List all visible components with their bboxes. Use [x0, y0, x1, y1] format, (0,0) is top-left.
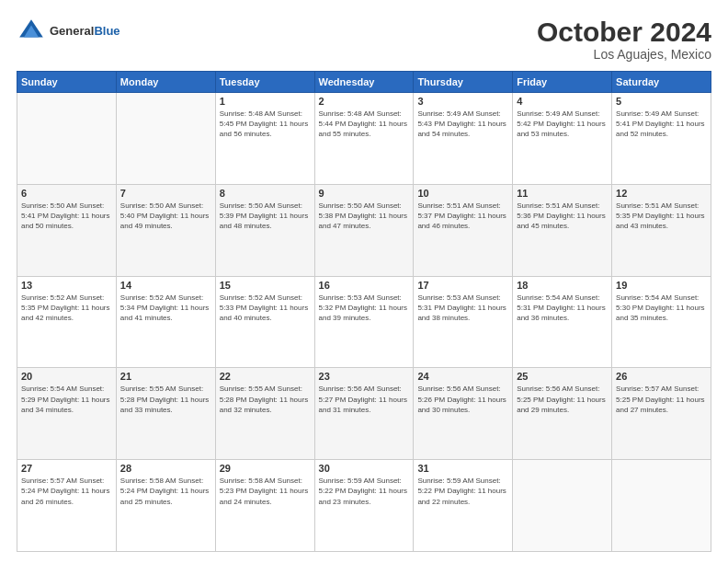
day-number: 3 — [417, 96, 508, 107]
logo-general: General — [50, 24, 94, 38]
col-thursday: Thursday — [414, 72, 513, 93]
day-info: Sunrise: 5:58 AM Sunset: 5:23 PM Dayligh… — [220, 476, 311, 507]
logo: GeneralBlue — [17, 17, 120, 46]
table-row: 10Sunrise: 5:51 AM Sunset: 5:37 PM Dayli… — [414, 184, 513, 276]
day-info: Sunrise: 5:49 AM Sunset: 5:43 PM Dayligh… — [417, 109, 508, 140]
day-number: 23 — [319, 371, 410, 382]
day-info: Sunrise: 5:48 AM Sunset: 5:44 PM Dayligh… — [319, 109, 410, 140]
day-info: Sunrise: 5:56 AM Sunset: 5:25 PM Dayligh… — [517, 384, 608, 415]
table-row: 6Sunrise: 5:50 AM Sunset: 5:41 PM Daylig… — [17, 184, 117, 276]
table-row: 5Sunrise: 5:49 AM Sunset: 5:41 PM Daylig… — [612, 93, 711, 185]
col-tuesday: Tuesday — [215, 72, 314, 93]
col-monday: Monday — [116, 72, 215, 93]
calendar-week-row: 20Sunrise: 5:54 AM Sunset: 5:29 PM Dayli… — [17, 368, 711, 460]
col-friday: Friday — [513, 72, 612, 93]
table-row — [116, 93, 215, 185]
day-info: Sunrise: 5:59 AM Sunset: 5:22 PM Dayligh… — [319, 476, 410, 507]
day-info: Sunrise: 5:57 AM Sunset: 5:24 PM Dayligh… — [21, 476, 112, 507]
day-number: 26 — [616, 371, 707, 382]
day-info: Sunrise: 5:50 AM Sunset: 5:39 PM Dayligh… — [220, 201, 311, 232]
day-number: 4 — [517, 96, 608, 107]
calendar-week-row: 1Sunrise: 5:48 AM Sunset: 5:45 PM Daylig… — [17, 93, 711, 185]
day-info: Sunrise: 5:53 AM Sunset: 5:31 PM Dayligh… — [417, 293, 508, 324]
day-number: 7 — [120, 188, 211, 199]
table-row: 24Sunrise: 5:56 AM Sunset: 5:26 PM Dayli… — [414, 368, 513, 460]
month-title: October 2024 — [537, 17, 711, 47]
day-number: 11 — [517, 188, 608, 199]
table-row: 3Sunrise: 5:49 AM Sunset: 5:43 PM Daylig… — [414, 93, 513, 185]
day-number: 1 — [220, 96, 311, 107]
day-info: Sunrise: 5:52 AM Sunset: 5:33 PM Dayligh… — [220, 293, 311, 324]
table-row — [17, 93, 117, 185]
day-number: 6 — [21, 188, 112, 199]
day-info: Sunrise: 5:54 AM Sunset: 5:31 PM Dayligh… — [517, 293, 608, 324]
table-row: 11Sunrise: 5:51 AM Sunset: 5:36 PM Dayli… — [513, 184, 612, 276]
day-number: 21 — [120, 371, 211, 382]
table-row: 8Sunrise: 5:50 AM Sunset: 5:39 PM Daylig… — [215, 184, 314, 276]
table-row — [513, 460, 612, 552]
day-number: 14 — [120, 280, 211, 291]
day-info: Sunrise: 5:54 AM Sunset: 5:29 PM Dayligh… — [21, 384, 112, 415]
day-info: Sunrise: 5:53 AM Sunset: 5:32 PM Dayligh… — [319, 293, 410, 324]
day-info: Sunrise: 5:55 AM Sunset: 5:28 PM Dayligh… — [120, 384, 211, 415]
table-row: 19Sunrise: 5:54 AM Sunset: 5:30 PM Dayli… — [612, 276, 711, 368]
day-number: 5 — [616, 96, 707, 107]
day-number: 9 — [319, 188, 410, 199]
day-number: 10 — [417, 188, 508, 199]
col-sunday: Sunday — [17, 72, 117, 93]
calendar: Sunday Monday Tuesday Wednesday Thursday… — [17, 71, 711, 552]
day-info: Sunrise: 5:57 AM Sunset: 5:25 PM Dayligh… — [616, 384, 707, 415]
calendar-header-row: Sunday Monday Tuesday Wednesday Thursday… — [17, 72, 711, 93]
table-row: 21Sunrise: 5:55 AM Sunset: 5:28 PM Dayli… — [116, 368, 215, 460]
table-row: 15Sunrise: 5:52 AM Sunset: 5:33 PM Dayli… — [215, 276, 314, 368]
logo-text: GeneralBlue — [50, 24, 120, 39]
table-row: 28Sunrise: 5:58 AM Sunset: 5:24 PM Dayli… — [116, 460, 215, 552]
table-row: 1Sunrise: 5:48 AM Sunset: 5:45 PM Daylig… — [215, 93, 314, 185]
page: GeneralBlue October 2024 Los Aguajes, Me… — [0, 0, 728, 563]
day-number: 29 — [220, 463, 311, 474]
day-number: 24 — [417, 371, 508, 382]
day-number: 27 — [21, 463, 112, 474]
day-info: Sunrise: 5:55 AM Sunset: 5:28 PM Dayligh… — [220, 384, 311, 415]
table-row: 27Sunrise: 5:57 AM Sunset: 5:24 PM Dayli… — [17, 460, 117, 552]
col-wednesday: Wednesday — [314, 72, 414, 93]
day-info: Sunrise: 5:50 AM Sunset: 5:38 PM Dayligh… — [319, 201, 410, 232]
day-info: Sunrise: 5:54 AM Sunset: 5:30 PM Dayligh… — [616, 293, 707, 324]
title-block: October 2024 Los Aguajes, Mexico — [537, 17, 711, 62]
table-row: 18Sunrise: 5:54 AM Sunset: 5:31 PM Dayli… — [513, 276, 612, 368]
table-row: 17Sunrise: 5:53 AM Sunset: 5:31 PM Dayli… — [414, 276, 513, 368]
day-number: 12 — [616, 188, 707, 199]
header: GeneralBlue October 2024 Los Aguajes, Me… — [17, 17, 711, 62]
table-row: 2Sunrise: 5:48 AM Sunset: 5:44 PM Daylig… — [314, 93, 414, 185]
day-number: 20 — [21, 371, 112, 382]
table-row: 12Sunrise: 5:51 AM Sunset: 5:35 PM Dayli… — [612, 184, 711, 276]
table-row: 13Sunrise: 5:52 AM Sunset: 5:35 PM Dayli… — [17, 276, 117, 368]
day-number: 18 — [517, 280, 608, 291]
day-info: Sunrise: 5:49 AM Sunset: 5:41 PM Dayligh… — [616, 109, 707, 140]
calendar-week-row: 13Sunrise: 5:52 AM Sunset: 5:35 PM Dayli… — [17, 276, 711, 368]
day-info: Sunrise: 5:51 AM Sunset: 5:37 PM Dayligh… — [417, 201, 508, 232]
table-row: 23Sunrise: 5:56 AM Sunset: 5:27 PM Dayli… — [314, 368, 414, 460]
table-row: 30Sunrise: 5:59 AM Sunset: 5:22 PM Dayli… — [314, 460, 414, 552]
logo-icon — [17, 17, 46, 46]
table-row: 20Sunrise: 5:54 AM Sunset: 5:29 PM Dayli… — [17, 368, 117, 460]
table-row — [612, 460, 711, 552]
calendar-week-row: 27Sunrise: 5:57 AM Sunset: 5:24 PM Dayli… — [17, 460, 711, 552]
day-info: Sunrise: 5:48 AM Sunset: 5:45 PM Dayligh… — [220, 109, 311, 140]
day-number: 17 — [417, 280, 508, 291]
table-row: 9Sunrise: 5:50 AM Sunset: 5:38 PM Daylig… — [314, 184, 414, 276]
day-number: 8 — [220, 188, 311, 199]
day-number: 13 — [21, 280, 112, 291]
day-info: Sunrise: 5:50 AM Sunset: 5:41 PM Dayligh… — [21, 201, 112, 232]
logo-blue: Blue — [94, 24, 119, 38]
table-row: 14Sunrise: 5:52 AM Sunset: 5:34 PM Dayli… — [116, 276, 215, 368]
table-row: 25Sunrise: 5:56 AM Sunset: 5:25 PM Dayli… — [513, 368, 612, 460]
day-number: 31 — [417, 463, 508, 474]
table-row: 26Sunrise: 5:57 AM Sunset: 5:25 PM Dayli… — [612, 368, 711, 460]
day-number: 15 — [220, 280, 311, 291]
day-number: 25 — [517, 371, 608, 382]
table-row: 31Sunrise: 5:59 AM Sunset: 5:22 PM Dayli… — [414, 460, 513, 552]
table-row: 29Sunrise: 5:58 AM Sunset: 5:23 PM Dayli… — [215, 460, 314, 552]
table-row: 4Sunrise: 5:49 AM Sunset: 5:42 PM Daylig… — [513, 93, 612, 185]
day-info: Sunrise: 5:58 AM Sunset: 5:24 PM Dayligh… — [120, 476, 211, 507]
